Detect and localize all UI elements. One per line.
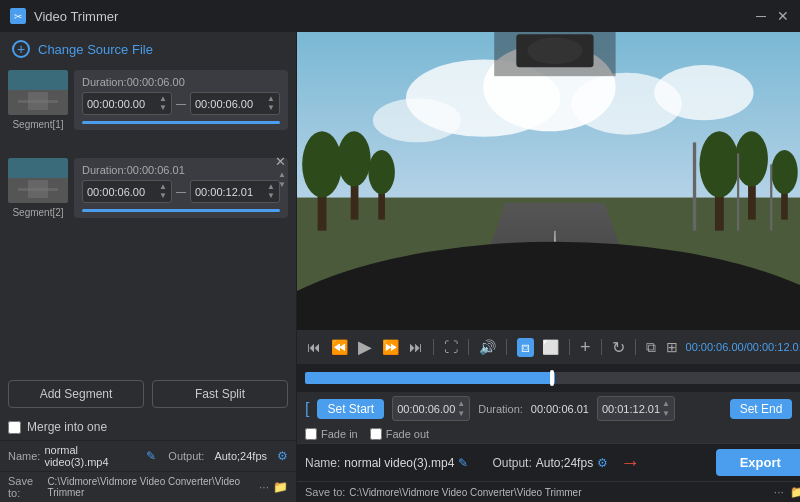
merge-row: Merge into one xyxy=(0,416,296,440)
start-time-input[interactable]: 00:00:06.00 ▲ ▼ xyxy=(392,396,470,421)
bottom-bar: Name: normal video(3).mp4 ✎ Output: Auto… xyxy=(297,443,800,481)
fade-in-label: Fade in xyxy=(321,428,358,440)
ctrl-sep-6 xyxy=(635,339,636,355)
add-segment-button[interactable]: Add Segment xyxy=(8,380,144,408)
name-edit-icon[interactable]: ✎ xyxy=(146,449,156,463)
seg1-end-down[interactable]: ▼ xyxy=(267,104,275,112)
play-button[interactable]: ▶ xyxy=(356,334,374,360)
seg1-start-down[interactable]: ▼ xyxy=(159,104,167,112)
output-gear-icon[interactable]: ⚙ xyxy=(277,449,288,463)
svg-point-19 xyxy=(302,131,342,197)
segment-2-bar xyxy=(82,209,280,212)
add-button[interactable]: + xyxy=(578,335,593,360)
bottom-output-label: Output: xyxy=(492,456,531,470)
start-down[interactable]: ▼ xyxy=(457,409,465,418)
save-dots-button[interactable]: ··· xyxy=(259,480,269,494)
duration-value: 00:00:06.01 xyxy=(531,403,589,415)
export-button[interactable]: Export xyxy=(716,449,800,476)
app-title: Video Trimmer xyxy=(34,9,118,24)
svg-point-13 xyxy=(654,65,753,120)
timeline-thumb[interactable] xyxy=(550,370,554,386)
ctrl-sep-2 xyxy=(468,339,469,355)
change-source-label: Change Source File xyxy=(38,42,153,57)
rewind-button[interactable]: ⏪ xyxy=(329,337,350,357)
bottom-output-value: Auto;24fps xyxy=(536,456,593,470)
fade-in-option: Fade in xyxy=(305,428,358,440)
fast-split-button[interactable]: Fast Split xyxy=(152,380,288,408)
close-button[interactable]: ✕ xyxy=(776,9,790,23)
bottom-save-label: Save to: xyxy=(305,486,345,498)
timeline-track[interactable] xyxy=(305,372,800,384)
clip-mode-2-button[interactable]: ⬜ xyxy=(540,337,561,357)
seg2-nav-down[interactable]: ▼ xyxy=(278,180,286,189)
save-folder-icon[interactable]: 📁 xyxy=(273,480,288,494)
segment-2: Segment[2] ✕ ▲ ▼ Duration:00:00:06.01 xyxy=(8,158,288,218)
skip-start-button[interactable]: ⏮ xyxy=(305,337,323,357)
fullscreen-exit-button[interactable]: ⛶ xyxy=(442,337,460,357)
segment-1-bar xyxy=(82,121,280,124)
main-layout: + Change Source File xyxy=(0,32,800,502)
segment-1-thumb xyxy=(8,70,68,115)
minimize-button[interactable]: ─ xyxy=(754,9,768,23)
skip-end-button[interactable]: ⏭ xyxy=(407,337,425,357)
rotate-button[interactable]: ↻ xyxy=(610,336,627,359)
segment-2-start-input[interactable]: 00:00:06.00 ▲ ▼ xyxy=(82,180,172,203)
end-up[interactable]: ▲ xyxy=(662,399,670,408)
end-down[interactable]: ▼ xyxy=(662,409,670,418)
fade-out-label: Fade out xyxy=(386,428,429,440)
ext-1-button[interactable]: ⧉ xyxy=(644,337,658,358)
segment-2-label: Segment[2] xyxy=(12,207,63,218)
app-icon: ✂ xyxy=(10,8,26,24)
seg1-end-up[interactable]: ▲ xyxy=(267,95,275,103)
seg2-start-up[interactable]: ▲ xyxy=(159,183,167,191)
segment-2-end-input[interactable]: 00:00:12.01 ▲ ▼ xyxy=(190,180,280,203)
svg-rect-32 xyxy=(770,164,772,230)
ctrl-sep-3 xyxy=(506,339,507,355)
save-path: C:\Vidmore\Vidmore Video Converter\Video… xyxy=(47,476,251,498)
set-end-button[interactable]: Set End xyxy=(730,399,793,419)
segment-1-end-input[interactable]: 00:00:06.00 ▲ ▼ xyxy=(190,92,280,115)
bottom-name-edit[interactable]: ✎ xyxy=(458,456,468,470)
segment-1-label: Segment[1] xyxy=(12,119,63,130)
seg1-start-up[interactable]: ▲ xyxy=(159,95,167,103)
fade-in-checkbox[interactable] xyxy=(305,428,317,440)
merge-label: Merge into one xyxy=(27,420,107,434)
seg2-end-down[interactable]: ▼ xyxy=(267,192,275,200)
duration-label: Duration: xyxy=(478,403,523,415)
svg-point-25 xyxy=(699,131,739,197)
merge-checkbox[interactable] xyxy=(8,421,21,434)
segment-2-close[interactable]: ✕ xyxy=(275,154,286,169)
svg-point-23 xyxy=(368,150,394,194)
segment-2-duration: Duration:00:00:06.01 xyxy=(82,164,280,176)
svg-point-36 xyxy=(527,38,582,64)
seg2-start-down[interactable]: ▼ xyxy=(159,192,167,200)
svg-point-12 xyxy=(373,98,461,142)
end-time-input[interactable]: 00:01:12.01 ▲ ▼ xyxy=(597,396,675,421)
seg2-end-up[interactable]: ▲ xyxy=(267,183,275,191)
bottom-name-label: Name: xyxy=(305,456,340,470)
left-panel: + Change Source File xyxy=(0,32,297,502)
ext-2-button[interactable]: ⊞ xyxy=(664,337,680,357)
set-start-button[interactable]: Set Start xyxy=(317,399,384,419)
fade-out-checkbox[interactable] xyxy=(370,428,382,440)
timeline-bar[interactable] xyxy=(297,364,800,392)
ctrl-sep-5 xyxy=(601,339,602,355)
segment-1-time-row: 00:00:00.00 ▲ ▼ — 00:00:06.00 ▲ xyxy=(82,92,280,115)
volume-button[interactable]: 🔊 xyxy=(477,337,498,357)
start-up[interactable]: ▲ xyxy=(457,399,465,408)
seg2-nav-up[interactable]: ▲ xyxy=(278,170,286,179)
segment-1-start-input[interactable]: 00:00:00.00 ▲ ▼ xyxy=(82,92,172,115)
segment-1-controls: Duration:00:00:06.00 00:00:00.00 ▲ ▼ — xyxy=(74,70,288,130)
forward-button[interactable]: ⏩ xyxy=(380,337,401,357)
bottom-output-gear[interactable]: ⚙ xyxy=(597,456,608,470)
save-label: Save to: xyxy=(8,475,43,499)
svg-rect-30 xyxy=(693,142,696,230)
title-bar-controls: ─ ✕ xyxy=(754,9,790,23)
bottom-folder-icon[interactable]: 📁 xyxy=(790,485,800,499)
clip-mode-1-button[interactable]: ⧈ xyxy=(517,338,534,357)
segment-2-nav: ▲ ▼ xyxy=(278,170,286,189)
bottom-dots-button[interactable]: ··· xyxy=(774,485,784,499)
time-display: 00:00:06.00/00:00:12.01 xyxy=(686,341,800,353)
change-source-button[interactable]: + Change Source File xyxy=(0,32,296,66)
name-value: normal video(3).mp4 xyxy=(44,444,140,468)
